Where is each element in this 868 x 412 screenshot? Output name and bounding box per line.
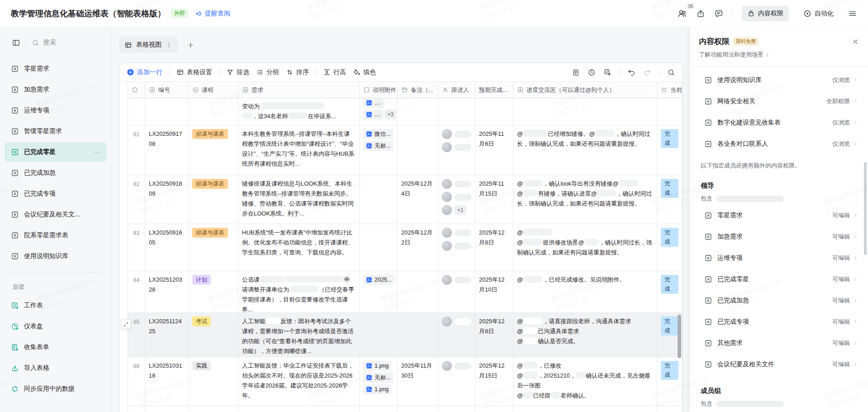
table-row[interactable]: 变动为，这34名老师在毕设系...……+3 — [128, 98, 683, 125]
status-cell[interactable]: 完成 — [657, 125, 683, 175]
permission-item-各业务对口联系人[interactable]: 各业务对口联系人仅浏览 — [699, 133, 859, 154]
course-cell[interactable] — [189, 406, 238, 412]
demand-cell[interactable]: 人工智能反馈：毕业工作证安排表下载后，抬头的届次不对。现在的应该是2025-20… — [238, 357, 360, 406]
table-row[interactable]: 82LX2025091809排课与课表辅修排课及课程信息与LOOK系统、本科生教… — [128, 175, 683, 224]
toolbar-排序[interactable]: 排序 — [286, 68, 309, 77]
demand-cell[interactable]: 辅修排课及课程信息与LOOK系统、本科生教务管理系统--排课管理有关数据未同步。… — [238, 175, 360, 224]
attachment-chip[interactable]: 1.png — [363, 384, 391, 394]
table-row[interactable]: 81LX2025091708排课与课表本科生教务管理系统--排课管理--本科生课… — [128, 125, 683, 175]
note-cell[interactable] — [398, 125, 438, 175]
attachment-cell[interactable]: 1.png无标...1.png — [360, 357, 398, 406]
follower-more-chip[interactable]: +1 — [455, 205, 466, 215]
record-id-cell[interactable]: LX2025120328 — [145, 271, 189, 313]
attachment-cell[interactable] — [360, 406, 398, 412]
undo-icon-button[interactable] — [627, 68, 636, 77]
row-number-cell[interactable]: 85 — [128, 313, 145, 357]
attachment-more-chip[interactable]: +3 — [385, 110, 397, 120]
progress-cell[interactable]: @，请直接跟段老师，沟通具体需求@已沟通具体需求@确认是否完成。 — [513, 313, 657, 357]
sidebar-item-已完成零星[interactable]: 已完成零星 — [5, 142, 107, 162]
record-id-cell[interactable]: LX2025091708 — [145, 125, 189, 175]
due-date-cell[interactable]: 2025年12月15日 — [475, 357, 513, 406]
course-cell[interactable]: 实践 — [189, 357, 238, 406]
row-number-cell[interactable] — [128, 406, 145, 412]
share-button[interactable] — [696, 9, 705, 18]
due-date-cell[interactable]: 2025年11月15日 — [475, 175, 513, 224]
note-cell[interactable]: 2025年12月2日 — [398, 224, 438, 271]
note-cell[interactable] — [398, 406, 438, 412]
attachment-chip[interactable]: 微信... — [363, 129, 393, 139]
toolbar-分组[interactable]: 分组 — [256, 68, 279, 77]
toolbar-填色[interactable]: 填色 — [353, 68, 376, 77]
add-view-button[interactable] — [187, 41, 194, 49]
attachment-cell[interactable] — [360, 175, 398, 224]
hist-icon-button[interactable] — [588, 68, 596, 77]
collaborators-button[interactable]: 36 — [677, 9, 687, 19]
panel-scrollbar[interactable] — [864, 162, 867, 255]
group-permission-item-零星需求[interactable]: 零星需求可编辑 — [699, 205, 859, 226]
group-permission-item-会议纪要及相关文件[interactable]: 会议纪要及相关文件可编辑 — [699, 354, 859, 375]
sidebar-new-收集表单[interactable]: 收集表单 — [5, 337, 107, 357]
follower-cell[interactable] — [438, 406, 475, 412]
follower-cell[interactable] — [438, 271, 475, 313]
comment-button[interactable] — [714, 9, 723, 18]
attachment-chip[interactable]: 无标... — [363, 373, 393, 383]
follower-cell[interactable] — [438, 224, 475, 271]
row-number-cell[interactable] — [128, 98, 145, 125]
course-cell[interactable] — [189, 98, 238, 125]
sidebar-item-零星需求[interactable]: 零星需求 — [5, 59, 107, 79]
expand-record-button[interactable] — [121, 319, 131, 329]
note-cell[interactable]: 2025年11月30日 — [398, 357, 438, 406]
column-header-备注（...[interactable]: 备注（... — [398, 82, 438, 98]
due-date-cell[interactable] — [475, 406, 513, 412]
attachment-chip[interactable]: 1.png — [363, 361, 391, 371]
progress-cell[interactable]: @@提供修改场景@，确认时间过长，强制确认完成，如果还有问题请重新提报。 — [513, 224, 657, 271]
follower-cell[interactable] — [438, 98, 475, 125]
toolbar-行高[interactable]: 行高 — [323, 68, 346, 77]
follower-cell[interactable]: +1 — [438, 175, 475, 224]
record-id-cell[interactable] — [145, 98, 189, 125]
due-date-cell[interactable]: 2025年12月10日 — [475, 271, 513, 313]
sidebar-new-同步应用中的数据[interactable]: 同步应用中的数据 — [5, 379, 107, 399]
row-number-cell[interactable]: 84 — [128, 271, 145, 313]
sidebar-item-使用说明知识库[interactable]: 使用说明知识库 — [5, 246, 107, 266]
due-date-cell[interactable]: 2025年12月8日 — [475, 313, 513, 357]
course-cell[interactable]: 排课与课表 — [189, 224, 238, 271]
sidebar-new-导入表格[interactable]: 导入表格 — [5, 358, 107, 378]
table-row[interactable] — [128, 406, 683, 412]
attachment-chip[interactable]: … — [363, 110, 383, 120]
group-permission-item-运维专项[interactable]: 运维专项可编辑 — [699, 247, 859, 268]
toolbar-表格设置[interactable]: 表格设置 — [176, 68, 212, 77]
clip-icon-button[interactable] — [572, 68, 580, 77]
column-header-需求[interactable]: 需求 — [238, 82, 360, 98]
follower-cell[interactable] — [438, 357, 475, 406]
sidebar-item-暂缓零星需求[interactable]: 暂缓零星需求 — [5, 121, 107, 141]
note-cell[interactable]: 2025年12月4日 — [398, 175, 438, 224]
group-permission-item-已完成加急[interactable]: 已完成加急可编辑 — [699, 290, 859, 311]
sidebar-item-运维专项[interactable]: 运维专项 — [5, 101, 107, 120]
table-scrollbar[interactable] — [678, 315, 681, 358]
sidebar-item-加急需求[interactable]: 加急需求 — [5, 80, 107, 100]
toolbar-添加一行[interactable]: 添加一行 — [127, 68, 162, 77]
search-icon-button[interactable] — [667, 68, 675, 77]
attachment-cell[interactable] — [360, 313, 398, 357]
more-menu-button[interactable] — [848, 9, 857, 18]
status-cell[interactable]: 完成 — [657, 271, 683, 313]
content-permission-button[interactable]: 内容权限 — [742, 6, 789, 21]
sidebar-item-会议纪要及相关文...[interactable]: 会议纪要及相关文... — [5, 205, 107, 225]
status-cell[interactable]: 完成 — [657, 357, 683, 406]
toolbar-筛选[interactable]: 筛选 — [226, 68, 249, 77]
group-permission-item-已完成专项[interactable]: 已完成专项可编辑 — [699, 311, 859, 332]
demand-cell[interactable]: 人工智能反馈：因补考考试涉及多个课程，需要增加一个查询补考成绩是否激活的功能（可… — [238, 313, 360, 357]
record-id-cell[interactable] — [145, 406, 189, 412]
status-cell[interactable] — [657, 98, 683, 125]
progress-cell[interactable]: @，已修改@，20251210，确认还未完成，见左侧最后一张图@已经跟老师确认。 — [513, 357, 657, 406]
attachment-chip[interactable]: … — [363, 98, 383, 108]
remind-review-link[interactable]: 提醒查阅 — [195, 10, 230, 18]
demand-cell[interactable]: HUB系统“统一发布课表”中增加发布统计比例。优化发布不动功能信息，按开课课程、… — [238, 224, 360, 271]
close-panel-button[interactable] — [852, 38, 859, 45]
row-number-cell[interactable]: 82 — [128, 175, 145, 224]
table-row[interactable]: 84LX2025120328计划公选课申请调整开课单位为（已经交春季学期排课表）… — [128, 271, 683, 313]
progress-cell[interactable]: @已经增加辅修。@，确认时间过长，强制确认完成，如果还有问题请重新提报。 — [513, 125, 657, 175]
attachment-chip[interactable]: 无标... — [363, 141, 393, 151]
column-header-编号[interactable]: 编号 — [145, 82, 189, 98]
